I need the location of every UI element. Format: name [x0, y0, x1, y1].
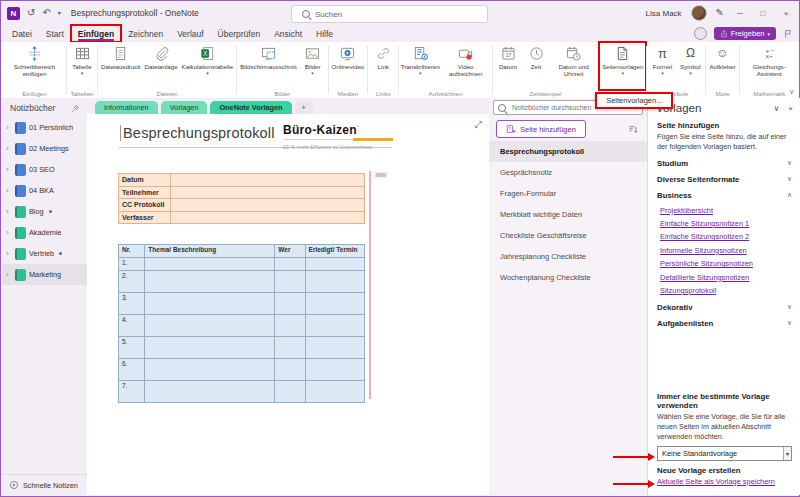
template-link-informelle-sitzungsnotizen[interactable]: Informelle Sitzungsnotizen [660, 244, 792, 257]
chevron-right-icon[interactable]: › [6, 123, 12, 132]
menu-tab-datei[interactable]: Datei [5, 25, 39, 42]
pin-icon[interactable] [71, 104, 80, 113]
task-value-cell[interactable] [275, 337, 305, 359]
task-value-cell[interactable] [145, 337, 275, 359]
info-label[interactable]: Teilnehmer [119, 186, 171, 199]
task-value-cell[interactable] [145, 359, 275, 381]
minimize-button[interactable]: ─ [733, 9, 747, 18]
template-link-projektübersicht[interactable]: Projektübersicht [660, 203, 792, 216]
task-value-cell[interactable] [305, 293, 364, 315]
ribbon-button-video-aufzeichnen[interactable]: Video aufzeichnen [440, 43, 491, 89]
task-number-cell[interactable]: 4. [119, 315, 145, 337]
ribbon-collapse-icon[interactable]: ∨ [789, 88, 794, 96]
task-value-cell[interactable] [275, 381, 305, 403]
info-label[interactable]: Verfasser [119, 211, 171, 224]
sidebar-item-vertrieb[interactable]: ›Vertrieb [2, 243, 87, 264]
task-value-cell[interactable] [145, 381, 275, 403]
page-item-gesprächsnotiz[interactable]: Gesprächsnotiz [489, 162, 647, 183]
quick-access-chevron-icon[interactable]: ▾ [58, 10, 61, 16]
ribbon-button-gleichungs-assistent[interactable]: ＋−×÷Gleichungs-Assistent [741, 43, 798, 89]
ribbon-button-seitenvorlagen[interactable]: Seitenvorlagen▾ [600, 43, 645, 89]
section-tab-vorlagen[interactable]: Vorlagen [161, 101, 208, 114]
ribbon-button-tabelle[interactable]: Tabelle▾ [68, 43, 96, 89]
template-link-persönliche-sitzungsnotizen[interactable]: Persönliche Sitzungsnotizen [660, 257, 792, 270]
chevron-right-icon[interactable]: › [6, 186, 12, 195]
menu-tab-einfügen[interactable]: Einfügen [71, 25, 121, 42]
ribbon-button-bildschirmausschnitt[interactable]: Bildschirmausschnitt [238, 43, 298, 89]
menu-tab-start[interactable]: Start [39, 25, 71, 42]
sidebar-item-02-meetings[interactable]: ›02 Meetings [2, 138, 87, 159]
chevron-right-icon[interactable]: › [6, 207, 12, 216]
chevron-right-icon[interactable]: › [6, 165, 12, 174]
undo-icon[interactable]: ↶ [42, 8, 50, 18]
sidebar-item-blog[interactable]: ›Blog [2, 201, 87, 222]
info-label[interactable]: CC Protokoll [119, 199, 171, 212]
chevron-down-icon[interactable]: ∨ [773, 104, 779, 113]
category-studium[interactable]: Studium∨ [657, 155, 792, 171]
search-box[interactable]: Suchen [291, 5, 488, 23]
task-number-cell[interactable]: 3. [119, 293, 145, 315]
ink-pen-icon[interactable]: ✎ [716, 8, 724, 18]
sidebar-item-01-persönlich[interactable]: ›01 Persönlich [2, 117, 87, 138]
sidebar-item-marketing[interactable]: ›Marketing [2, 264, 87, 285]
sync-icon[interactable]: ↺ [27, 8, 35, 18]
ribbon-button-datum-und-uhrzeit[interactable]: Datum und Uhrzeit [550, 43, 597, 89]
ribbon-button-formel[interactable]: πFormel▾ [648, 43, 676, 89]
avatar[interactable] [691, 5, 707, 21]
info-label[interactable]: Datum [119, 174, 171, 187]
task-value-cell[interactable] [275, 271, 305, 293]
page-item-besprechungsprotokoll[interactable]: Besprechungsprotokoll [489, 141, 647, 162]
task-number-cell[interactable]: 6. [119, 359, 145, 381]
template-link-sitzungsprotokoll[interactable]: Sitzungsprotokoll [660, 284, 792, 297]
task-value-cell[interactable] [305, 337, 364, 359]
sort-icon[interactable] [628, 124, 639, 135]
task-value-cell[interactable] [275, 315, 305, 337]
ribbon-button-onlinevideo[interactable]: Onlinevideo [330, 43, 367, 89]
task-value-cell[interactable] [305, 258, 364, 271]
info-value-cell[interactable] [171, 186, 365, 199]
seitenvorlagen-callout[interactable]: Seitenvorlagen... [595, 92, 673, 109]
expand-icon[interactable] [473, 119, 484, 130]
ribbon-button-schreibbereich-einfügen[interactable]: Schreibbereich einfügen [4, 43, 65, 89]
ribbon-button-bilder[interactable]: Bilder▾ [299, 43, 327, 89]
chevron-right-icon[interactable]: › [6, 228, 12, 237]
category-diverse-seitenformate[interactable]: Diverse Seitenformate∨ [657, 171, 792, 187]
task-value-cell[interactable] [275, 258, 305, 271]
close-icon[interactable]: × [788, 104, 793, 113]
default-template-select[interactable]: Keine Standardvorlage ▾ [657, 446, 792, 461]
category-dekorativ[interactable]: Dekorativ∨ [657, 299, 792, 315]
menu-tab-verlauf[interactable]: Verlauf [170, 25, 210, 42]
section-tab-onenote-vorlagen[interactable]: OneNote Vorlagen [210, 101, 291, 114]
task-value-cell[interactable] [145, 258, 275, 271]
ribbon-button-transkribieren[interactable]: Transkribieren▾ [400, 43, 440, 89]
menu-tab-zeichnen[interactable]: Zeichnen [121, 25, 170, 42]
category-aufgabenlisten[interactable]: Aufgabenlisten∨ [657, 315, 792, 331]
menu-tab-überprüfen[interactable]: Überprüfen [211, 25, 268, 42]
ribbon-button-aufkleber[interactable]: ☺Aufkleber [707, 43, 737, 89]
template-link-einfache-sitzungsnotizen-1[interactable]: Einfache Sitzungsnotizen 1 [660, 217, 792, 230]
task-value-cell[interactable] [145, 293, 275, 315]
page-item-merkblatt-wichtige-daten[interactable]: Merkblatt wichtige Daten [489, 204, 647, 225]
chevron-right-icon[interactable]: › [6, 249, 12, 258]
page-title[interactable]: Besprechungsprotokoll [120, 125, 275, 141]
ribbon-button-dateianlage[interactable]: Dateianlage [143, 43, 180, 89]
copilot-icon[interactable] [694, 27, 707, 40]
chevron-right-icon[interactable]: › [6, 270, 12, 279]
maximize-button[interactable]: □ [756, 9, 770, 18]
close-button[interactable]: × [779, 9, 793, 18]
sidebar-item-03-seo[interactable]: ›03 SEO [2, 159, 87, 180]
sidebar-item-04-bka[interactable]: ›04 BKA [2, 180, 87, 201]
ribbon-button-link[interactable]: Link [369, 43, 397, 89]
page-item-fragen-formular[interactable]: Fragen-Formular [489, 183, 647, 204]
ribbon-button-zeit[interactable]: Zeit [522, 43, 550, 89]
ribbon-button-dateiausdruck[interactable]: Dateiausdruck [99, 43, 143, 89]
add-page-button[interactable]: Seite hinzufügen [496, 120, 586, 138]
task-value-cell[interactable] [305, 359, 364, 381]
ribbon-button-symbol[interactable]: ΩSymbol▾ [676, 43, 704, 89]
share-button[interactable]: Freigeben ▾ [714, 27, 776, 40]
task-value-cell[interactable] [145, 315, 275, 337]
page-canvas[interactable]: Besprechungsprotokoll Büro-Kaizen° 20 % … [87, 114, 489, 495]
menu-tab-hilfe[interactable]: Hilfe [309, 25, 340, 42]
template-link-einfache-sitzungsnotizen-2[interactable]: Einfache Sitzungsnotizen 2 [660, 230, 792, 243]
info-value-cell[interactable] [171, 211, 365, 224]
